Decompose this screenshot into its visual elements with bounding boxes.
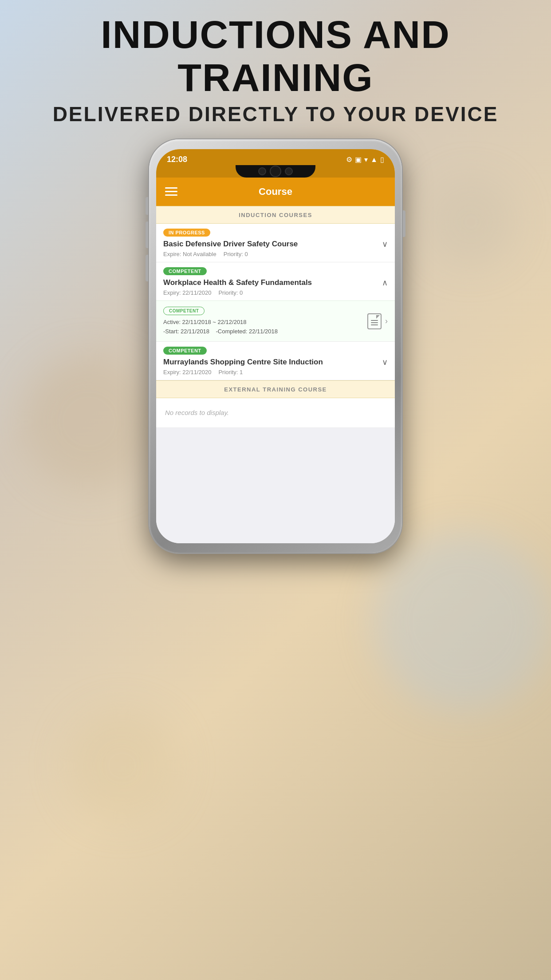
notch (236, 165, 315, 178)
external-training-label: EXTERNAL TRAINING COURSE (224, 386, 327, 393)
course-2-title: Workplace Health & Safety Fundamentals (163, 278, 378, 288)
sub-title: DELIVERED DIRECTLY TO YOUR DEVICE (27, 102, 524, 126)
sub-item-active-range: Active: 22/11/2018 ~ 22/12/2018 (163, 318, 278, 327)
hamburger-line-3 (165, 194, 177, 196)
signal-icon: ▲ (370, 156, 378, 164)
course-1-title-row: Basic Defensive Driver Safety Course ∨ (163, 239, 388, 249)
header-text-area: INDUCTIONS AND TRAINING DELIVERED DIRECT… (0, 0, 551, 135)
notch-area (156, 169, 395, 178)
doc-line-1 (371, 320, 378, 321)
competent-badge-3: COMPETENT (163, 347, 207, 355)
status-icons: ⚙ ▣ ▾ ▲ ▯ (346, 155, 384, 164)
in-progress-badge: IN PROGRESS (163, 229, 210, 237)
settings-icon: ⚙ (346, 155, 352, 164)
induction-courses-label: INDUCTION COURSES (239, 212, 312, 218)
sub-item-completed: -Completed: 22/11/2018 (216, 328, 278, 335)
sub-item-start-completed: -Start: 22/11/2018 -Completed: 22/11/201… (163, 327, 278, 336)
sub-item-competent-badge: COMPETENT (163, 307, 205, 315)
volume-silent-button (146, 197, 148, 215)
wifi-icon: ▾ (364, 155, 368, 164)
app-header: Course (156, 178, 395, 206)
course-3-header[interactable]: COMPETENT Murraylands Shopping Centre Si… (156, 342, 395, 380)
course-2-priority: Priority: 0 (218, 289, 243, 296)
course-2-chevron: ∧ (382, 278, 388, 288)
volume-down-button (146, 255, 148, 281)
battery2-icon: ▯ (380, 155, 384, 164)
power-button (403, 210, 405, 237)
hamburger-line-2 (165, 191, 177, 192)
course-2-sub-item[interactable]: COMPETENT Active: 22/11/2018 ~ 22/12/201… (156, 300, 395, 342)
course-3-expiry: Expiry: 22/11/2020 (163, 369, 211, 375)
course-1-expire: Expire: Not Available (163, 251, 216, 257)
course-3-priority: Priority: 1 (218, 369, 243, 375)
app-header-title: Course (177, 186, 374, 198)
course-3-meta: Expiry: 22/11/2020 Priority: 1 (163, 369, 388, 375)
doc-line-3 (371, 324, 378, 325)
empty-state: No records to display. (156, 398, 395, 428)
sub-item-content: COMPETENT Active: 22/11/2018 ~ 22/12/201… (163, 306, 278, 336)
course-1-meta: Expire: Not Available Priority: 0 (163, 251, 388, 257)
document-icon[interactable] (367, 313, 382, 329)
sensor-dot (285, 167, 293, 175)
course-1-priority: Priority: 0 (224, 251, 248, 257)
phone-device: 12:08 ⚙ ▣ ▾ ▲ ▯ (149, 139, 402, 553)
course-2-expiry: Expiry: 22/11/2020 (163, 289, 211, 296)
course-2-meta: Expiry: 22/11/2020 Priority: 0 (163, 289, 388, 296)
induction-courses-section-header: INDUCTION COURSES (156, 206, 395, 224)
course-3-title-row: Murraylands Shopping Centre Site Inducti… (163, 357, 388, 367)
course-item-2: COMPETENT Workplace Health & Safety Fund… (156, 262, 395, 342)
course-2-header[interactable]: COMPETENT Workplace Health & Safety Fund… (156, 262, 395, 300)
sub-item-actions: › (367, 313, 388, 329)
course-3-chevron: ∨ (382, 357, 388, 367)
course-item-1: IN PROGRESS Basic Defensive Driver Safet… (156, 224, 395, 262)
course-1-header[interactable]: IN PROGRESS Basic Defensive Driver Safet… (156, 224, 395, 262)
sub-item-details: Active: 22/11/2018 ~ 22/12/2018 -Start: … (163, 318, 278, 336)
main-title: INDUCTIONS AND TRAINING (27, 13, 524, 99)
course-1-title: Basic Defensive Driver Safety Course (163, 239, 378, 249)
course-3-title: Murraylands Shopping Centre Site Inducti… (163, 357, 378, 367)
sub-item-start: -Start: 22/11/2018 (163, 328, 209, 335)
footer-area (156, 428, 395, 543)
empty-text: No records to display. (165, 409, 229, 416)
course-item-3: COMPETENT Murraylands Shopping Centre Si… (156, 342, 395, 380)
camera-main (270, 166, 281, 177)
course-1-chevron: ∨ (382, 239, 388, 249)
external-training-section-header: EXTERNAL TRAINING COURSE (156, 380, 395, 398)
course-2-title-row: Workplace Health & Safety Fundamentals ∧ (163, 278, 388, 288)
status-time: 12:08 (167, 155, 187, 164)
doc-line-2 (371, 322, 378, 323)
arrow-right-icon[interactable]: › (385, 316, 388, 326)
camera-small (258, 167, 266, 175)
battery-icon: ▣ (355, 155, 362, 164)
hamburger-line-1 (165, 187, 177, 189)
competent-badge-2: COMPETENT (163, 267, 207, 275)
volume-up-button (146, 221, 148, 248)
hamburger-menu-button[interactable] (165, 187, 177, 196)
